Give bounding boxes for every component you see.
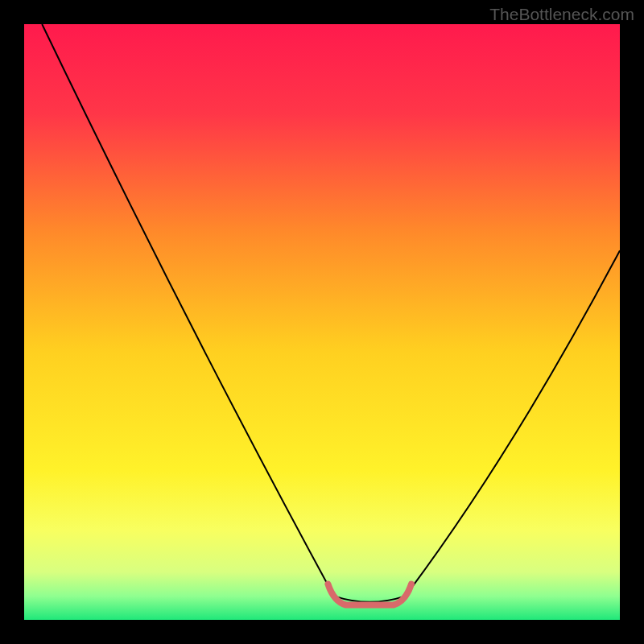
- watermark-text: TheBottleneck.com: [489, 5, 634, 24]
- chart-container: [0, 0, 644, 644]
- chart-svg: [0, 0, 644, 644]
- plot-background: [24, 24, 620, 620]
